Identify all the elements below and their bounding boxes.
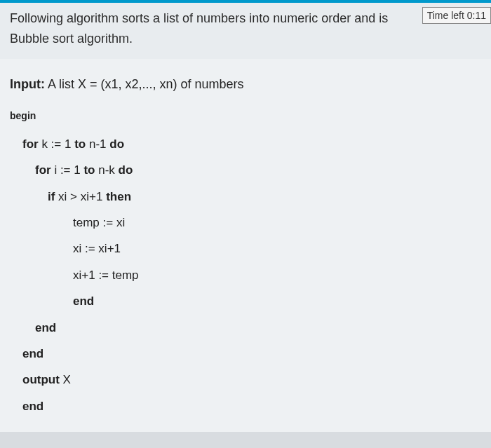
code-text: i := 1 <box>51 163 84 177</box>
keyword: for <box>35 163 51 177</box>
input-text: A list X = (x1, x2,..., xn) of numbers <box>45 77 244 91</box>
code-text: k := 1 <box>39 137 75 151</box>
begin-keyword: begin <box>10 106 481 126</box>
keyword: end <box>22 347 43 360</box>
keyword: end <box>73 294 94 308</box>
code-line: end <box>10 288 481 314</box>
keyword: to <box>83 163 95 177</box>
question-header: Time left 0:11 Following algorithm sorts… <box>0 3 491 59</box>
algorithm-content: Input: A list X = (x1, x2,..., xn) of nu… <box>0 59 491 432</box>
input-label: Input: <box>10 77 45 91</box>
question-line-2: Bubble sort algorithm. <box>10 32 133 46</box>
code-line: temp := xi <box>10 210 481 236</box>
keyword: end <box>22 400 43 413</box>
code-line: for i := 1 to n-k do <box>10 157 481 183</box>
code-text: temp := xi <box>73 216 125 229</box>
code-text: n-k <box>95 163 119 177</box>
keyword: do <box>119 163 133 177</box>
input-line: Input: A list X = (x1, x2,..., xn) of nu… <box>10 72 481 98</box>
code-line: for k := 1 to n-1 do <box>10 131 481 157</box>
code-line: xi := xi+1 <box>10 236 481 262</box>
code-line: xi+1 := temp <box>10 262 481 288</box>
code-line: output X <box>10 367 481 393</box>
code-line: end <box>10 393 481 419</box>
keyword: to <box>74 137 86 151</box>
keyword: output <box>22 373 60 386</box>
code-text: xi > xi+1 <box>55 190 106 203</box>
keyword: if <box>48 190 55 203</box>
keyword: for <box>22 137 39 151</box>
code-text: X <box>60 373 71 386</box>
keyword: do <box>109 137 124 151</box>
time-left-label: Time left 0:11 <box>427 10 486 21</box>
question-text: Following algorithm sorts a list of numb… <box>10 8 481 49</box>
code-line: end <box>10 315 481 341</box>
code-text: xi := xi+1 <box>73 242 121 255</box>
code-line: end <box>10 341 481 367</box>
question-line-1: Following algorithm sorts a list of numb… <box>10 11 388 25</box>
keyword: end <box>35 321 56 334</box>
code-line: if xi > xi+1 then <box>10 184 481 210</box>
code-text: n-1 <box>86 137 109 151</box>
time-left-box: Time left 0:11 <box>422 7 491 24</box>
code-text: xi+1 := temp <box>73 269 139 282</box>
keyword: then <box>106 190 131 203</box>
code-block: for k := 1 to n-1 dofor i := 1 to n-k do… <box>10 131 481 419</box>
